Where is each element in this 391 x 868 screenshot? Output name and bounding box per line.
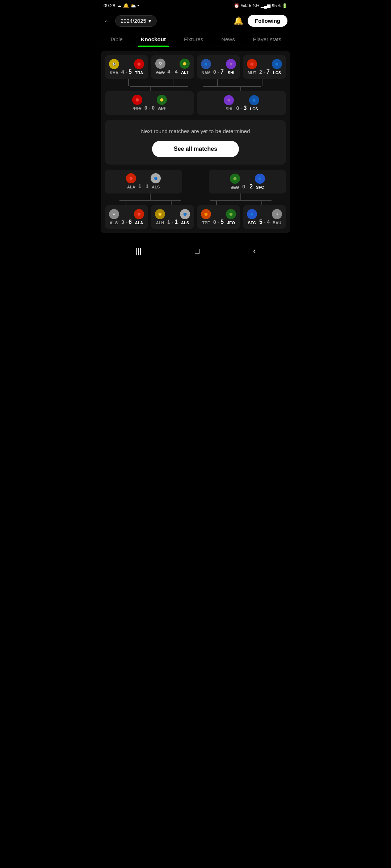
match-card-jeo-sfc[interactable]: 🟢 JEO 0 - 2 🔵 SFC	[209, 170, 286, 193]
team-logo-tra-r2: 🔴	[132, 95, 142, 105]
status-bar: 09:28 ☁ 🔔 ⛅ • ⏰ VoLTE 4G+ ▂▄▆ 95% 🔋	[98, 0, 293, 11]
season-label: 2024/2025	[121, 18, 146, 24]
score-tpf: 0	[213, 219, 216, 225]
team-name-mut: MUT	[248, 71, 256, 75]
battery-icon: 🔋	[282, 3, 287, 8]
score-bau: 4	[267, 219, 270, 225]
match-card-shi-lcs-r2[interactable]: 👾 SHI 0 - 3 🔵 LCS	[197, 91, 286, 115]
team-logo-shi-r2: 👾	[224, 95, 234, 105]
team-logo-kha: ⚽	[109, 59, 119, 69]
team-name-sfc-r2: SFC	[248, 221, 256, 225]
match-card-alw-alt[interactable]: 🛡 ALW 4 - 4 🟡 ALT	[151, 55, 194, 79]
team-name-bau: BAU	[273, 221, 281, 225]
team-name-tra: TRA	[135, 71, 143, 75]
battery-display: 95%	[272, 3, 281, 8]
score-sfc: 2	[249, 183, 253, 190]
score-ala: 1	[138, 183, 141, 189]
nav-recent-apps-icon[interactable]: |||	[135, 246, 142, 256]
match-card-mut-lcs[interactable]: 🔴 MUT 2 - 7 🔵 LCS	[243, 55, 286, 79]
team-logo-alh: 🟡	[155, 209, 165, 219]
nav-back-icon[interactable]: ‹	[253, 246, 256, 256]
score-alw-r2: 3	[121, 219, 124, 225]
tab-table[interactable]: Table	[107, 32, 126, 47]
score-alt-r2: 0	[152, 105, 155, 111]
match-card-kha-tra[interactable]: ⚽ KHA 4 - 5 🔴 TRA	[105, 55, 148, 79]
connector-r1	[106, 79, 285, 86]
score-shi: 7	[220, 69, 224, 75]
match-card-tpf-jeo-r2[interactable]: 🟠 TPF 0 - 5 🟢 JEO	[197, 205, 240, 229]
team-name-kha: KHA	[110, 71, 118, 75]
team-name-alt-r2: ALT	[158, 106, 166, 111]
team-logo-sfc: 🔵	[255, 174, 265, 184]
main-content: ⚽ KHA 4 - 5 🔴 TRA	[101, 51, 290, 233]
team-logo-jeo: 🟢	[230, 174, 240, 184]
team-logo-shi: 👾	[226, 59, 236, 69]
bracket2-r2-matches: 🛡 ALW 3 - 6 🔴 ALA	[105, 205, 286, 229]
team-name-lcs-r2: LCS	[250, 107, 258, 111]
bracket2: 🔴 ALA 1 - 1 🔵 ALS	[105, 170, 286, 229]
team-name-ala-r2: ALA	[135, 221, 143, 225]
match-card-sfc-bau-r2[interactable]: 🔵 SFC 5 - 4 ✈ BAU	[243, 205, 286, 229]
following-button[interactable]: Following	[248, 15, 287, 27]
status-indicators: ⏰ VoLTE 4G+ ▂▄▆ 95% 🔋	[234, 3, 287, 8]
team-name-alt: ALT	[181, 70, 189, 75]
score-lcs-r2: 3	[244, 105, 247, 111]
score-alt: 4	[175, 69, 178, 75]
cloud-icon: ☁	[117, 3, 122, 8]
team-logo-als: 🔵	[151, 173, 161, 183]
team-logo-alw-r2: 🛡	[109, 209, 119, 219]
team-logo-bau: ✈	[272, 209, 282, 219]
team-logo-alt: 🟡	[180, 59, 190, 69]
team-logo-tpf: 🟠	[201, 209, 211, 219]
tbd-box: Next round matches are yet to be determi…	[105, 120, 286, 165]
team-name-shi: SHI	[228, 71, 234, 75]
signal-bars-icon: ▂▄▆	[261, 3, 270, 8]
team-logo-tra: 🔴	[134, 59, 144, 69]
season-selector[interactable]: 2024/2025 ▾	[115, 15, 157, 27]
team-logo-ala: 🔴	[126, 173, 136, 183]
team-logo-nam: 🔵	[201, 59, 211, 69]
nav-home-icon[interactable]: □	[195, 246, 199, 256]
score-kha: 4	[121, 69, 124, 75]
tab-knockout[interactable]: Knockout	[138, 32, 169, 47]
tab-player-stats[interactable]: Player stats	[250, 32, 284, 47]
score-shi-r2: 0	[236, 105, 239, 111]
back-button[interactable]: ←	[104, 16, 112, 26]
signal-text: VoLTE 4G+	[241, 4, 259, 8]
notification-bell-icon[interactable]: 🔔	[234, 16, 243, 26]
score-jeo-r2: 5	[220, 219, 224, 225]
match-card-alh-als-r2[interactable]: 🟡 ALH 1 - 1 🔵 ALS	[151, 205, 194, 229]
team-logo-lcs: 🔵	[272, 59, 282, 69]
match-card-tra-alt-r2[interactable]: 🔴 TRA 0 - 0 🟡 ALT	[105, 91, 194, 115]
status-time: 09:28 ☁ 🔔 ⛅ •	[104, 3, 139, 8]
score-ala-r2: 6	[129, 219, 132, 225]
b2-connector	[105, 193, 286, 200]
score-alh: 1	[167, 219, 170, 225]
team-name-nam: NAM	[201, 71, 210, 75]
nav-bar: ||| □ ‹	[98, 241, 293, 261]
score-tra-r2: 0	[144, 105, 147, 111]
team-logo-alw: 🛡	[155, 59, 165, 69]
score-lcs: 7	[266, 69, 270, 75]
dot-icon: •	[138, 3, 139, 8]
team-name-ala: ALA	[127, 185, 135, 189]
team-name-jeo: JEO	[231, 185, 239, 190]
team-name-alh: ALH	[156, 221, 164, 225]
connector-r2-top	[105, 87, 286, 91]
chevron-down-icon: ▾	[148, 18, 151, 24]
team-logo-lcs-r2: 🔵	[249, 95, 259, 105]
team-name-als-r2: ALS	[181, 221, 189, 225]
match-card-ala-als[interactable]: 🔴 ALA 1 - 1 🔵 ALS	[105, 170, 182, 193]
match-card-nam-shi[interactable]: 🔵 NAM 0 - 7 👾 SHI	[197, 55, 240, 79]
weather-icon: ⛅	[130, 3, 136, 8]
team-name-alw: ALW	[156, 70, 164, 75]
tab-news[interactable]: News	[218, 32, 238, 47]
b2-down-connector	[105, 201, 286, 205]
tab-fixtures[interactable]: Fixtures	[181, 32, 206, 47]
team-logo-alt-r2: 🟡	[157, 95, 167, 105]
team-name-sfc: SFC	[256, 185, 264, 190]
match-card-alw-ala-r2[interactable]: 🛡 ALW 3 - 6 🔴 ALA	[105, 205, 148, 229]
score-als: 1	[146, 183, 148, 189]
see-all-matches-button[interactable]: See all matches	[152, 141, 239, 157]
round2-matches: 🔴 TRA 0 - 0 🟡 ALT	[105, 91, 286, 115]
